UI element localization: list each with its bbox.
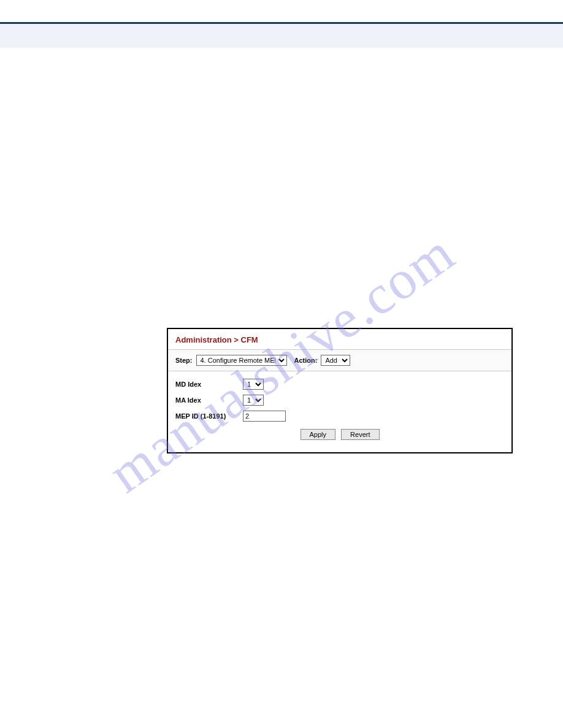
action-select[interactable]: Add <box>321 355 350 366</box>
md-index-select[interactable]: 1 <box>243 379 264 390</box>
md-index-label: MD Idex <box>175 381 243 388</box>
mep-id-input[interactable] <box>243 411 286 422</box>
ma-index-row: MA Idex 1 <box>175 395 504 406</box>
step-select[interactable]: 4. Configure Remote MEP <box>196 355 287 366</box>
apply-button[interactable]: Apply <box>301 429 336 440</box>
step-label: Step: <box>175 357 193 364</box>
step-row: Step: 4. Configure Remote MEP Action: Ad… <box>168 350 511 371</box>
mep-id-label: MEP ID (1-8191) <box>175 412 243 420</box>
cfm-panel: Administration > CFM Step: 4. Configure … <box>167 328 513 453</box>
md-index-row: MD Idex 1 <box>175 379 504 390</box>
action-label: Action: <box>294 357 318 364</box>
revert-button[interactable]: Revert <box>341 429 379 440</box>
header-bar <box>0 22 563 48</box>
ma-index-select[interactable]: 1 <box>243 395 264 406</box>
form-area: MD Idex 1 MA Idex 1 MEP ID (1-8191) Appl… <box>168 371 511 452</box>
button-row: Apply Revert <box>175 427 504 446</box>
ma-index-label: MA Idex <box>175 396 243 404</box>
mep-id-row: MEP ID (1-8191) <box>175 411 504 422</box>
panel-title: Administration > CFM <box>168 329 511 350</box>
